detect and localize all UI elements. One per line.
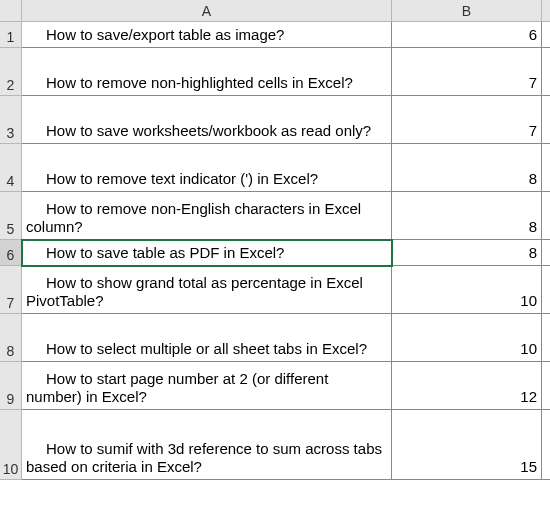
cell-A9[interactable]: How to start page number at 2 (or differ… — [22, 362, 392, 410]
cell-A6[interactable]: How to save table as PDF in Excel? — [22, 240, 392, 266]
cell-C5-partial[interactable] — [542, 192, 550, 240]
cell-C8-partial[interactable] — [542, 314, 550, 362]
cell-C1-partial[interactable] — [542, 22, 550, 48]
cell-A5[interactable]: How to remove non-English characters in … — [22, 192, 392, 240]
cell-B8[interactable]: 10 — [392, 314, 542, 362]
cell-C7-partial[interactable] — [542, 266, 550, 314]
cell-B4[interactable]: 8 — [392, 144, 542, 192]
cell-C6-partial[interactable] — [542, 240, 550, 266]
cell-C3-partial[interactable] — [542, 96, 550, 144]
cell-A4[interactable]: How to remove text indicator (') in Exce… — [22, 144, 392, 192]
cell-B1[interactable]: 6 — [392, 22, 542, 48]
cell-B10[interactable]: 15 — [392, 410, 542, 480]
cell-A7[interactable]: How to show grand total as percentage in… — [22, 266, 392, 314]
row-header-8[interactable]: 8 — [0, 314, 22, 362]
col-header-A[interactable]: A — [22, 0, 392, 22]
cell-A2[interactable]: How to remove non-highlighted cells in E… — [22, 48, 392, 96]
cell-A10[interactable]: How to sumif with 3d reference to sum ac… — [22, 410, 392, 480]
row-header-7[interactable]: 7 — [0, 266, 22, 314]
cell-A1[interactable]: How to save/export table as image? — [22, 22, 392, 48]
col-header-C-partial[interactable] — [542, 0, 550, 22]
cell-C10-partial[interactable] — [542, 410, 550, 480]
row-header-6[interactable]: 6 — [0, 240, 22, 266]
cell-C2-partial[interactable] — [542, 48, 550, 96]
cell-B2[interactable]: 7 — [392, 48, 542, 96]
cell-A8[interactable]: How to select multiple or all sheet tabs… — [22, 314, 392, 362]
cell-C4-partial[interactable] — [542, 144, 550, 192]
row-header-9[interactable]: 9 — [0, 362, 22, 410]
cell-B6[interactable]: 8 — [392, 240, 542, 266]
row-header-4[interactable]: 4 — [0, 144, 22, 192]
cell-A3[interactable]: How to save worksheets/workbook as read … — [22, 96, 392, 144]
col-header-B[interactable]: B — [392, 0, 542, 22]
cell-B7[interactable]: 10 — [392, 266, 542, 314]
row-header-1[interactable]: 1 — [0, 22, 22, 48]
cell-B9[interactable]: 12 — [392, 362, 542, 410]
row-header-5[interactable]: 5 — [0, 192, 22, 240]
row-header-10[interactable]: 10 — [0, 410, 22, 480]
spreadsheet-grid[interactable]: A B 1 How to save/export table as image?… — [0, 0, 550, 480]
cell-B3[interactable]: 7 — [392, 96, 542, 144]
cell-C9-partial[interactable] — [542, 362, 550, 410]
row-header-2[interactable]: 2 — [0, 48, 22, 96]
row-header-3[interactable]: 3 — [0, 96, 22, 144]
cell-B5[interactable]: 8 — [392, 192, 542, 240]
select-all-corner[interactable] — [0, 0, 22, 22]
